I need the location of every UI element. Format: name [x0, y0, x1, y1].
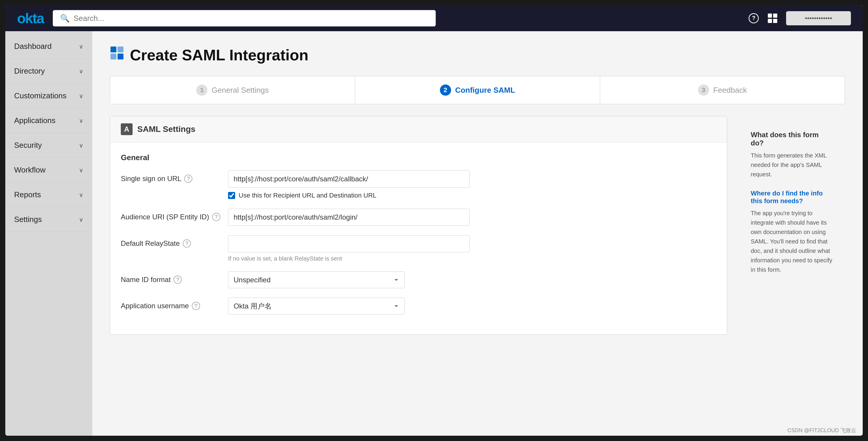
chevron-down-icon: ∨ — [79, 142, 83, 149]
name-id-help-icon[interactable]: ? — [174, 276, 182, 284]
main-content: Create SAML Integration 1 General Settin… — [92, 31, 863, 436]
saml-card-title: SAML Settings — [137, 125, 195, 134]
sidebar-item-dashboard[interactable]: Dashboard ∨ — [5, 34, 92, 59]
chevron-down-icon: ∨ — [79, 167, 83, 174]
sidebar-item-reports[interactable]: Reports ∨ — [5, 182, 92, 207]
sidebar-item-label: Reports — [14, 190, 41, 199]
svg-rect-5 — [773, 19, 777, 23]
form-row-app-username: Application username ? Okta 用户名EmailAD S… — [121, 298, 716, 314]
relay-state-helper-text: If no value is set, a blank RelayState i… — [228, 255, 716, 262]
form-row-sso-url: Single sign on URL ? Use this for Recipi… — [121, 170, 716, 199]
saml-settings-card: A SAML Settings General Single sign on U… — [110, 116, 727, 335]
user-menu-button[interactable]: •••••••••••• — [786, 11, 851, 25]
sidebar-item-directory[interactable]: Directory ∨ — [5, 59, 92, 83]
form-input-col-appuser: Okta 用户名EmailAD SAM Account Name — [228, 298, 716, 314]
form-row-relay-state: Default RelayState ? If no value is set,… — [121, 235, 716, 262]
name-id-format-select[interactable]: UnspecifiedEmailAddressPersistentTransie… — [228, 271, 405, 288]
saml-card-body: General Single sign on URL ? — [110, 142, 727, 334]
topbar-right: ? •••••••••••• — [748, 11, 851, 25]
watermark: CSDN @FIT2CLOUD 飞致云 — [787, 427, 856, 434]
sso-url-checkbox-label: Use this for Recipient URL and Destinati… — [239, 192, 376, 199]
sso-url-help-icon[interactable]: ? — [184, 175, 192, 183]
step-num-1: 1 — [196, 84, 208, 96]
sidebar: Dashboard ∨ Directory ∨ Customizations ∨… — [5, 31, 92, 436]
form-row-audience-uri: Audience URI (SP Entity ID) ? — [121, 209, 716, 226]
sidebar-item-label: Workflow — [14, 165, 45, 175]
svg-rect-7 — [118, 46, 123, 53]
step-num-2: 2 — [440, 84, 451, 96]
sidebar-item-label: Directory — [14, 67, 45, 76]
chevron-down-icon: ∨ — [79, 191, 83, 198]
chevron-down-icon: ∨ — [79, 216, 83, 223]
sso-url-checkbox-row: Use this for Recipient URL and Destinati… — [228, 192, 716, 199]
sidebar-item-label: Applications — [14, 116, 55, 125]
chevron-down-icon: ∨ — [79, 68, 83, 75]
chevron-down-icon: ∨ — [79, 43, 83, 50]
search-icon: 🔍 — [60, 14, 69, 23]
section-subtitle: General — [121, 153, 716, 162]
app-username-help-icon[interactable]: ? — [192, 302, 200, 310]
app-username-label: Application username ? — [121, 302, 221, 310]
sidebar-item-applications[interactable]: Applications ∨ — [5, 108, 92, 133]
svg-text:?: ? — [752, 15, 755, 21]
form-label-col-audience: Audience URI (SP Entity ID) ? — [121, 209, 221, 221]
saml-card-header: A SAML Settings — [110, 116, 727, 142]
search-bar: 🔍 — [53, 10, 436, 27]
right-panel: What does this form do? This form genera… — [739, 116, 845, 344]
step-num-3: 3 — [698, 84, 709, 96]
svg-rect-6 — [111, 46, 116, 53]
right-panel-title-1: What does this form do? — [751, 131, 833, 147]
sidebar-item-label: Customizations — [14, 91, 67, 100]
step-label-3: Feedback — [713, 86, 747, 95]
right-panel-text-2: The app you're trying to integrate with … — [751, 208, 833, 274]
app-username-select[interactable]: Okta 用户名EmailAD SAM Account Name — [228, 298, 405, 314]
stepper: 1 General Settings 2 Configure SAML 3 Fe… — [110, 76, 845, 104]
apps-button[interactable] — [767, 13, 778, 24]
page-header: Create SAML Integration — [110, 46, 845, 64]
right-panel-section-1: What does this form do? This form genera… — [751, 131, 833, 179]
relay-state-input[interactable] — [228, 235, 470, 252]
form-input-col-relay: If no value is set, a blank RelayState i… — [228, 235, 716, 262]
audience-uri-label: Audience URI (SP Entity ID) ? — [121, 213, 221, 221]
form-label-col-sso: Single sign on URL ? — [121, 170, 221, 183]
form-label-col-relay: Default RelayState ? — [121, 235, 221, 247]
svg-rect-3 — [773, 13, 777, 18]
search-input[interactable] — [74, 14, 428, 23]
sidebar-item-workflow[interactable]: Workflow ∨ — [5, 158, 92, 182]
relay-state-help-icon[interactable]: ? — [183, 239, 191, 247]
audience-uri-input[interactable] — [228, 209, 470, 226]
form-label-col-appuser: Application username ? — [121, 298, 221, 310]
page-title: Create SAML Integration — [130, 46, 309, 64]
right-panel-title-2[interactable]: Where do I find the info this form needs… — [751, 190, 833, 205]
svg-rect-9 — [118, 54, 123, 60]
topbar: okta 🔍 ? •••••••••••• — [5, 5, 863, 31]
step-configure-saml[interactable]: 2 Configure SAML — [355, 76, 600, 104]
sso-url-checkbox[interactable] — [228, 192, 235, 199]
step-feedback[interactable]: 3 Feedback — [600, 76, 845, 104]
chevron-down-icon: ∨ — [79, 93, 83, 100]
svg-rect-8 — [111, 54, 116, 60]
step-label-1: General Settings — [212, 86, 269, 95]
form-input-col-nameid: UnspecifiedEmailAddressPersistentTransie… — [228, 271, 716, 288]
form-area: A SAML Settings General Single sign on U… — [110, 116, 845, 344]
relay-state-label: Default RelayState ? — [121, 239, 221, 247]
form-label-col-nameid: Name ID format ? — [121, 271, 221, 284]
section-badge: A — [121, 123, 132, 135]
svg-rect-2 — [768, 13, 772, 18]
help-button[interactable]: ? — [748, 13, 759, 24]
step-general-settings[interactable]: 1 General Settings — [110, 76, 355, 104]
form-input-col-sso: Use this for Recipient URL and Destinati… — [228, 170, 716, 199]
audience-uri-help-icon[interactable]: ? — [212, 213, 220, 221]
okta-logo: okta — [17, 10, 44, 27]
sidebar-item-settings[interactable]: Settings ∨ — [5, 207, 92, 232]
page-header-icon — [110, 46, 125, 64]
name-id-format-label: Name ID format ? — [121, 276, 221, 284]
right-panel-text-1: This form generates the XML needed for t… — [751, 151, 833, 179]
sidebar-item-label: Settings — [14, 215, 42, 224]
sso-url-input[interactable] — [228, 170, 470, 188]
svg-rect-4 — [768, 19, 772, 23]
sidebar-item-security[interactable]: Security ∨ — [5, 133, 92, 158]
right-panel-section-2: Where do I find the info this form needs… — [751, 190, 833, 274]
sidebar-item-label: Security — [14, 141, 42, 150]
sidebar-item-customizations[interactable]: Customizations ∨ — [5, 83, 92, 108]
